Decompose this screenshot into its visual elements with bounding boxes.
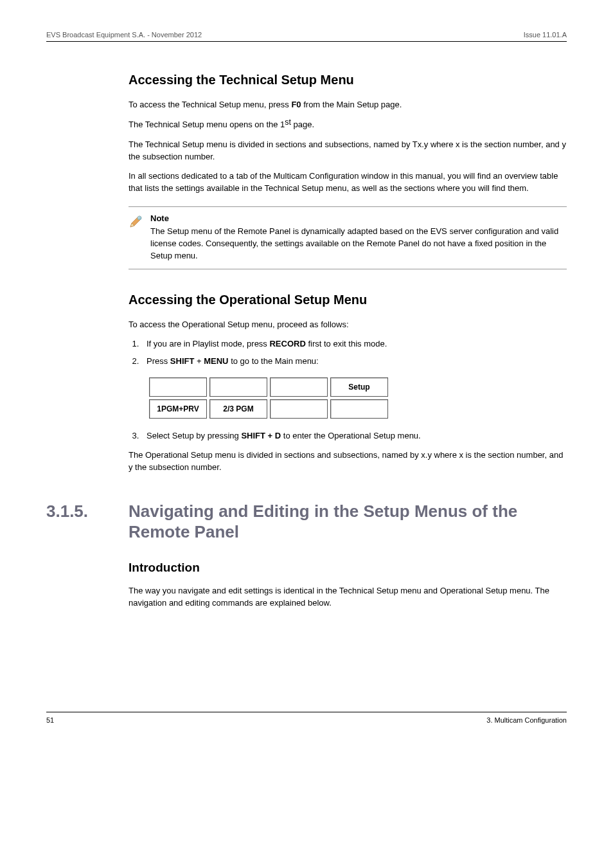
menu-cell (209, 377, 267, 397)
menu-cell (270, 377, 328, 397)
menu-grid: Setup 1PGM+PRV 2/3 PGM (147, 375, 391, 421)
section-title: Navigating and Editing in the Setup Menu… (129, 501, 567, 543)
intro-heading: Introduction (129, 561, 567, 575)
op-heading: Accessing the Operational Setup Menu (129, 293, 567, 307)
page: EVS Broadcast Equipment S.A. - November … (0, 0, 613, 743)
tech-p4: In all sections dedicated to a tab of th… (129, 170, 567, 195)
menu-cell: 2/3 PGM (209, 399, 267, 419)
op-steps-cont: Select Setup by pressing SHIFT + D to en… (129, 430, 567, 442)
pencil-icon (129, 213, 144, 262)
menu-cell (270, 399, 328, 419)
tech-heading: Accessing the Technical Setup Menu (129, 73, 567, 87)
note-box: Note The Setup menu of the Remote Panel … (129, 206, 567, 269)
menu-cell: Setup (330, 377, 388, 397)
section-header: 3.1.5. Navigating and Editing in the Set… (46, 501, 567, 543)
op-intro: To access the Operational Setup menu, pr… (129, 319, 567, 331)
note-title: Note (150, 213, 563, 223)
note-body: The Setup menu of the Remote Panel is dy… (150, 226, 563, 262)
tech-p2: The Technical Setup menu opens on the 1s… (129, 119, 567, 131)
op-step-3: Select Setup by pressing SHIFT + D to en… (141, 430, 567, 442)
content-area: Accessing the Technical Setup Menu To ac… (129, 73, 567, 474)
menu-cell (149, 377, 207, 397)
note-text: Note The Setup menu of the Remote Panel … (150, 213, 563, 262)
page-header: EVS Broadcast Equipment S.A. - November … (46, 31, 567, 42)
intro-body: The way you navigate and edit settings i… (129, 585, 567, 610)
op-step-1: If you are in Playlist mode, press RECOR… (141, 338, 567, 350)
tech-p1: To access the Technical Setup menu, pres… (129, 99, 567, 111)
header-right: Issue 11.01.A (524, 31, 567, 39)
menu-cell: 1PGM+PRV (149, 399, 207, 419)
op-steps: If you are in Playlist mode, press RECOR… (129, 338, 567, 366)
header-left: EVS Broadcast Equipment S.A. - November … (46, 31, 202, 39)
footer-page-number: 51 (46, 716, 54, 724)
op-step-2: Press SHIFT + MENU to go to the Main men… (141, 356, 567, 367)
intro-content: Introduction The way you navigate and ed… (129, 561, 567, 610)
footer-section: 3. Multicam Configuration (486, 716, 567, 724)
tech-p3: The Technical Setup menu is divided in s… (129, 139, 567, 163)
svg-point-0 (138, 216, 141, 220)
page-footer: 51 3. Multicam Configuration (46, 712, 567, 724)
op-closing: The Operational Setup menu is divided in… (129, 449, 567, 474)
menu-cell (330, 399, 388, 419)
section-number: 3.1.5. (46, 502, 113, 521)
